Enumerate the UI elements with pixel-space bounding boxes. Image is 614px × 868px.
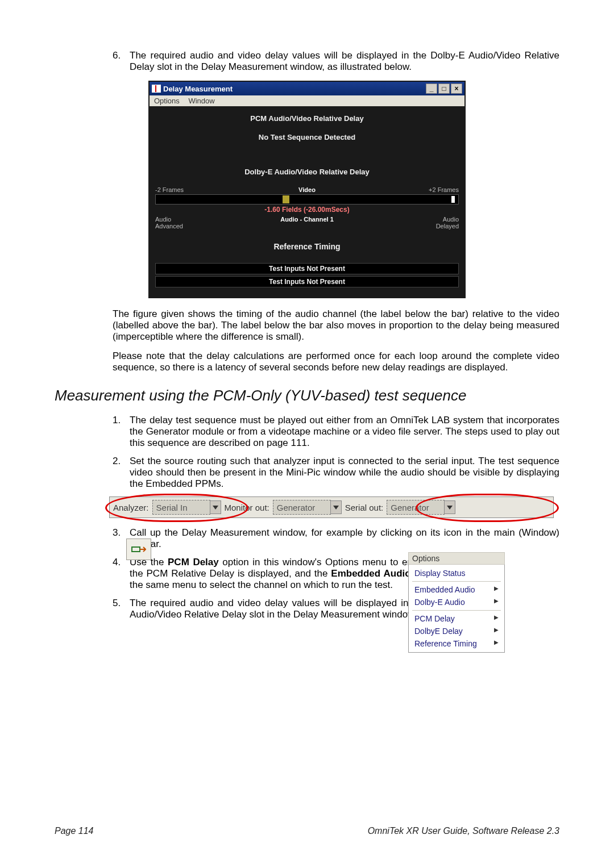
routing-bar: Analyzer: Serial In Monitor out: Generat… — [109, 496, 554, 518]
close-button[interactable]: × — [451, 84, 462, 94]
step-text: Use the PCM Delay option in this window'… — [130, 557, 451, 591]
footer-page: Page 114 — [55, 826, 94, 836]
seq-step-2: 2. Set the source routing such that anal… — [113, 456, 559, 490]
menu-embedded-audio[interactable]: Embedded Audio▶ — [409, 583, 504, 596]
menu-reference-timing[interactable]: Reference Timing▶ — [409, 637, 504, 650]
frames-row: -2 Frames Video +2 Frames — [155, 186, 459, 193]
audio-row: Audio Advanced Audio - Channel 1 Audio D… — [155, 216, 459, 229]
audio-channel: Audio - Channel 1 — [195, 216, 419, 229]
delay-measurement-window: Delay Measurement _ □ × Options Window P… — [148, 81, 466, 298]
submenu-arrow-icon: ▶ — [494, 585, 499, 594]
audio-delayed: Audio Delayed — [419, 216, 459, 229]
options-menu-header[interactable]: Options — [408, 552, 505, 565]
paragraph-1: The figure given shows the timing of the… — [113, 308, 559, 343]
maximize-button[interactable]: □ — [438, 84, 450, 94]
step-number: 5. — [113, 598, 130, 620]
analyzer-highlight — [105, 494, 248, 522]
audio-advanced: Audio Advanced — [155, 216, 195, 229]
step-number: 4. — [113, 557, 130, 591]
window-title: Delay Measurement — [163, 85, 233, 93]
window-body: PCM Audio/Video Relative Delay No Test S… — [150, 106, 464, 297]
reference-timing-heading: Reference Timing — [155, 242, 459, 251]
submenu-arrow-icon: ▶ — [494, 614, 499, 623]
step-6: 6. The required audio and video delay va… — [113, 50, 559, 73]
not-present-1: Test Inputs Not Present — [155, 263, 459, 274]
menu-options[interactable]: Options — [154, 97, 180, 105]
delay-icon — [131, 544, 146, 555]
right-frames: +2 Frames — [419, 186, 459, 193]
step-text: The required audio and video delay value… — [130, 50, 559, 73]
step-number: 6. — [113, 50, 130, 73]
video-marker — [451, 196, 455, 203]
menu-pcm-delay[interactable]: PCM Delay▶ — [409, 612, 504, 625]
menu-dolbye-delay[interactable]: DolbyE Delay▶ — [409, 625, 504, 637]
delay-bar — [155, 194, 459, 205]
step-text: The delay test sequence must be played o… — [130, 415, 559, 449]
page-footer: Page 114 OmniTek XR User Guide, Software… — [55, 826, 559, 836]
step-text: The required audio and video delay value… — [130, 598, 451, 620]
video-label: Video — [195, 186, 419, 193]
window-icon — [152, 85, 161, 93]
left-frames: -2 Frames — [155, 186, 195, 193]
chevron-down-icon — [333, 506, 339, 510]
footer-title: OmniTek XR User Guide, Software Release … — [368, 826, 559, 836]
step-text: Set the source routing such that analyze… — [130, 456, 559, 490]
monitorout-select[interactable]: Generator — [273, 500, 331, 515]
minimize-button[interactable]: _ — [426, 84, 437, 94]
serialout-label: Serial out: — [342, 503, 387, 512]
delay-value: -1.60 Fields (-26.00mSecs) — [155, 206, 459, 214]
submenu-arrow-icon: ▶ — [494, 639, 499, 648]
menu-dolby-e-audio[interactable]: Dolby-E Audio▶ — [409, 596, 504, 608]
not-present-2: Test Inputs Not Present — [155, 276, 459, 287]
options-menu: Options Display Status Embedded Audio▶ D… — [408, 552, 505, 653]
monitorout-dropdown[interactable] — [330, 500, 342, 514]
submenu-arrow-icon: ▶ — [494, 598, 499, 607]
seq-step-3: 3. Call up the Delay Measurement window,… — [113, 527, 559, 550]
serialout-highlight — [416, 494, 559, 522]
window-titlebar[interactable]: Delay Measurement _ □ × — [150, 82, 464, 95]
step-text: Call up the Delay Measurement window, fo… — [130, 527, 559, 550]
step-number: 2. — [113, 456, 130, 490]
audio-marker — [283, 195, 289, 203]
svg-rect-0 — [132, 547, 140, 552]
menu-display-status[interactable]: Display Status — [409, 567, 504, 579]
pcm-heading: PCM Audio/Video Relative Delay — [155, 114, 459, 123]
menu-window[interactable]: Window — [188, 97, 214, 105]
section-heading: Measurement using the PCM-Only (YUV-base… — [55, 387, 559, 404]
submenu-arrow-icon: ▶ — [494, 627, 499, 636]
window-menubar: Options Window — [150, 95, 464, 106]
no-sequence-text: No Test Sequence Detected — [155, 133, 459, 141]
dolby-heading: Dolby-E Audio/Video Relative Delay — [155, 168, 459, 176]
delay-toolbar-icon[interactable] — [126, 539, 151, 560]
step-number: 1. — [113, 415, 130, 449]
paragraph-2: Please note that the delay calculations … — [113, 350, 559, 373]
seq-step-1: 1. The delay test sequence must be playe… — [113, 415, 559, 449]
